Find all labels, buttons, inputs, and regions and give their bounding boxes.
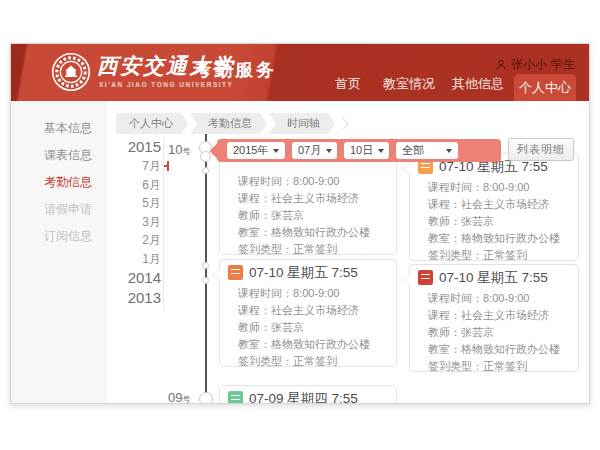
card-field-signin-type: 签到类型：正常签到 bbox=[428, 247, 570, 264]
attendance-card: 07-09 星期四 7:55 bbox=[219, 385, 397, 403]
card-field-course-time: 课程时间：8:00-9:00 bbox=[238, 173, 388, 190]
card-field-course: 课程：社会主义市场经济 bbox=[428, 307, 570, 324]
card-field-teacher: 教师：张芸京 bbox=[428, 324, 570, 341]
timeline-nav-divider bbox=[163, 137, 164, 309]
user-name: 张小小 bbox=[511, 56, 547, 73]
nav-item-classrooms[interactable]: 教室情况 bbox=[383, 75, 435, 101]
sidebar-item-schedule-info[interactable]: 课表信息 bbox=[11, 142, 105, 169]
card-field-signin-type: 签到类型：正常签到 bbox=[238, 241, 388, 258]
breadcrumb-attendance-info[interactable]: 考勤信息 bbox=[190, 113, 267, 134]
timeline-nav-2014[interactable]: 2014 bbox=[103, 268, 161, 288]
timeline-nav-2013[interactable]: 2013 bbox=[103, 288, 161, 308]
card-field-classroom: 教室：格物致知行政办公楼 bbox=[238, 224, 388, 241]
timeline-node bbox=[202, 167, 209, 174]
timeline-node bbox=[202, 277, 209, 284]
timeline-year-month-nav: 2015 7月 6月 5月 3月 2月 1月 2014 2013 bbox=[103, 137, 161, 308]
nav-tab-personal-center-active[interactable]: 个人中心 bbox=[514, 74, 576, 101]
dropdown-arrow-icon bbox=[326, 149, 332, 153]
timeline-nav-january[interactable]: 1月 bbox=[103, 250, 161, 269]
card-date: 07-10 星期五 7:55 bbox=[439, 269, 548, 287]
card-field-signin-type: 签到类型：正常签到 bbox=[428, 358, 570, 375]
card-field-course-time: 课程时间：8:00-9:00 bbox=[238, 285, 388, 302]
dropdown-arrow-icon bbox=[273, 149, 279, 153]
timeline-node bbox=[200, 151, 211, 162]
sidebar: 基本信息 课表信息 考勤信息 请假申请 订阅信息 bbox=[11, 101, 106, 403]
sidebar-item-subscription-info[interactable]: 订阅信息 bbox=[11, 223, 105, 250]
month-select[interactable]: 07月 bbox=[292, 142, 337, 159]
dropdown-arrow-icon bbox=[446, 149, 452, 153]
card-date: 07-09 星期四 7:55 bbox=[249, 390, 358, 404]
calendar-icon bbox=[228, 391, 243, 403]
timeline-nav-july-current[interactable]: 7月 bbox=[103, 157, 161, 176]
type-select[interactable]: 全部 bbox=[396, 142, 458, 159]
main-nav: 首页 教室情况 其他信息 个人中心 bbox=[335, 74, 576, 101]
nav-item-home[interactable]: 首页 bbox=[335, 75, 361, 101]
app-header: 西安交通大学 XI'AN JIAO TONG UNIVERSITY 考勤服务 张… bbox=[11, 44, 589, 101]
timeline-nav-may[interactable]: 5月 bbox=[103, 194, 161, 213]
sidebar-item-leave-request[interactable]: 请假申请 bbox=[11, 196, 105, 223]
university-name-en: XI'AN JIAO TONG UNIVERSITY bbox=[99, 81, 233, 88]
attendance-card: 07-10 星期五 7:55 课程时间：8:00-9:00 课程：社会主义市场经… bbox=[409, 264, 579, 372]
timeline-nav-march[interactable]: 3月 bbox=[103, 213, 161, 232]
attendance-card: 07-10 星期五 7:55 课程时间：8:00-9:00 课程：社会主义市场经… bbox=[409, 153, 579, 261]
card-field-course: 课程：社会主义市场经济 bbox=[238, 190, 388, 207]
list-detail-button[interactable]: 列表明细 bbox=[508, 138, 574, 161]
timeline-nav-2015[interactable]: 2015 bbox=[103, 137, 161, 157]
app-title: 考勤服务 bbox=[193, 58, 277, 82]
user-info[interactable]: 张小小 学生 bbox=[495, 56, 575, 73]
year-select[interactable]: 2015年 bbox=[227, 142, 285, 159]
timeline-nav-june[interactable]: 6月 bbox=[103, 176, 161, 195]
card-field-teacher: 教师：张芸京 bbox=[238, 319, 388, 336]
timeline-nav-february[interactable]: 2月 bbox=[103, 231, 161, 250]
timeline-day-marker-10: 10号 bbox=[168, 142, 190, 157]
card-field-teacher: 教师：张芸京 bbox=[238, 207, 388, 224]
card-field-course-time: 课程时间：8:00-9:00 bbox=[428, 290, 570, 307]
screenshot-stage: 西安交通大学 XI'AN JIAO TONG UNIVERSITY 考勤服务 张… bbox=[0, 0, 600, 450]
timeline-node bbox=[202, 262, 209, 269]
card-field-teacher: 教师：张芸京 bbox=[428, 213, 570, 230]
nav-item-other-info[interactable]: 其他信息 bbox=[452, 75, 504, 101]
attendance-card: 07-10 星期五 7:55 课程时间：8:00-9:00 课程：社会主义市场经… bbox=[219, 259, 397, 367]
user-icon bbox=[495, 59, 507, 71]
card-field-signin-type: 签到类型：正常签到 bbox=[238, 353, 388, 370]
breadcrumb: 个人中心 考勤信息 时间轴 bbox=[116, 113, 347, 134]
card-field-course: 课程：社会主义市场经济 bbox=[428, 196, 570, 213]
calendar-icon bbox=[418, 270, 433, 285]
card-field-classroom: 教室：格物致知行政办公楼 bbox=[428, 230, 570, 247]
card-field-course: 课程：社会主义市场经济 bbox=[238, 302, 388, 319]
attendance-card: 课程时间：8:00-9:00 课程：社会主义市场经济 教师：张芸京 教室：格物致… bbox=[219, 147, 397, 255]
card-field-classroom: 教室：格物致知行政办公楼 bbox=[428, 341, 570, 358]
timeline-node bbox=[199, 392, 213, 403]
app-window: 西安交通大学 XI'AN JIAO TONG UNIVERSITY 考勤服务 张… bbox=[10, 43, 590, 404]
content-area: 基本信息 课表信息 考勤信息 请假申请 订阅信息 个人中心 考勤信息 时间轴 2… bbox=[11, 101, 589, 403]
university-logo-icon bbox=[51, 52, 91, 92]
user-role: 学生 bbox=[551, 56, 575, 73]
timeline-day-marker-09: 09号 bbox=[168, 390, 190, 403]
card-date: 07-10 星期五 7:55 bbox=[249, 264, 358, 282]
breadcrumb-timeline[interactable]: 时间轴 bbox=[269, 113, 335, 134]
breadcrumb-chevron-icon bbox=[336, 117, 349, 130]
card-field-classroom: 教室：格物致知行政办公楼 bbox=[238, 336, 388, 353]
card-field-course-time: 课程时间：8:00-9:00 bbox=[428, 179, 570, 196]
sidebar-item-basic-info[interactable]: 基本信息 bbox=[11, 115, 105, 142]
day-select[interactable]: 10日 bbox=[344, 142, 389, 159]
sidebar-item-attendance-info[interactable]: 考勤信息 bbox=[11, 169, 105, 196]
breadcrumb-personal-center[interactable]: 个人中心 bbox=[116, 113, 188, 134]
date-filter-bar: 2015年 07月 10日 全部 bbox=[217, 139, 501, 162]
dropdown-arrow-icon bbox=[378, 149, 384, 153]
calendar-icon bbox=[228, 265, 243, 280]
